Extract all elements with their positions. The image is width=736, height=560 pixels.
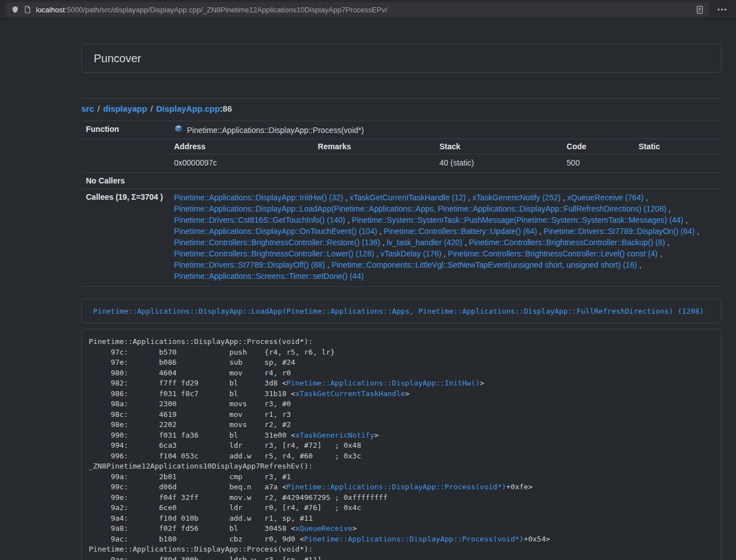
disassembly-symbol-link[interactable]: Pinetime::Applications::DisplayApp::Proc… [304,535,524,543]
url-path: :5000/path/src/displayapp/DisplayApp.cpp… [65,6,387,14]
breadcrumb-file-link[interactable]: DisplayApp.cpp [156,104,220,113]
callee-separator: , [466,193,473,202]
callee-separator: , [657,249,662,258]
disassembly-symbol-link[interactable]: Pinetime::Applications::DisplayApp::Init… [286,379,479,387]
no-callers-label: No Callers [81,173,168,189]
callee-link[interactable]: xQueueReceive (764) [567,193,643,202]
function-label: Function [81,121,168,139]
callee-separator: , [683,215,688,224]
callee-link[interactable]: Pinetime::Drivers::Cst816S::GetTouchInfo… [174,215,345,224]
metrics-row-spacer [81,139,168,172]
callee-link[interactable]: xTaskGenericNotify (252) [472,193,560,202]
callees-row: Callees (19, Σ=3704 ) Pinetime::Applicat… [81,189,721,286]
reader-view-icon[interactable] [696,6,703,14]
callee-separator: , [345,215,352,224]
code-size-value: 500 [561,154,633,172]
page-identity-icon[interactable] [24,6,31,13]
breadcrumb-line-number: :86 [220,104,232,113]
url-text[interactable]: localhost:5000/path/src/displayapp/Displ… [36,6,691,14]
callee-separator: , [377,227,384,236]
callee-separator: , [537,227,544,236]
function-icon [174,125,183,135]
page-title: Puncover [94,52,141,65]
metrics-header-row: Address Remarks Stack Code Static [168,139,721,154]
selected-callee-panel: Pinetime::Applications::DisplayApp::Load… [81,299,721,323]
callee-link[interactable]: Pinetime::Applications::DisplayApp::Init… [174,193,343,202]
callee-separator: , [325,260,332,269]
callee-separator: , [643,193,648,202]
callee-separator: , [695,227,700,236]
disassembly-symbol-link[interactable]: Pinetime::Applications::DisplayApp::Proc… [286,483,506,491]
callee-link[interactable]: Pinetime::Applications::DisplayApp::OnTo… [174,227,377,236]
callee-separator: , [380,238,387,247]
function-name: Pinetime::Applications::DisplayApp::Proc… [187,126,364,135]
callee-separator: , [665,238,670,247]
callee-separator: , [463,238,469,247]
breadcrumb-separator: / [98,104,100,113]
function-row: Function Pinetime::Applications::Display… [81,121,721,139]
page-header: Puncover [81,44,721,73]
callee-link[interactable]: Pinetime::Controllers::BrightnessControl… [469,238,665,247]
breadcrumb: src/displayapp/DisplayApp.cpp:86 [81,104,721,113]
shield-icon[interactable] [11,5,19,14]
callees-label: Callees (19, Σ=3704 ) [81,189,168,286]
static-value [633,154,721,172]
browser-toolbar: localhost:5000/path/src/displayapp/Displ… [0,0,736,20]
function-table: Function Pinetime::Applications::Display… [81,121,721,287]
disassembly-symbol-link[interactable]: xTaskGenericNotify [295,431,374,439]
callee-link[interactable]: Pinetime::Controllers::BrightnessControl… [174,238,380,247]
callee-separator: , [666,204,671,213]
page-container: Puncover src/displayapp/DisplayApp.cpp:8… [81,44,721,560]
selected-callee-link[interactable]: Pinetime::Applications::DisplayApp::Load… [93,307,704,315]
callees-list: Pinetime::Applications::DisplayApp::Init… [168,189,721,286]
callee-link[interactable]: Pinetime::Drivers::St7789::DisplayOn() (… [543,227,694,236]
disassembly-panel: Pinetime::Applications::DisplayApp::Proc… [81,329,721,560]
stack-value: 40 (static) [434,154,561,172]
column-header-static: Static [633,139,721,154]
callee-link[interactable]: Pinetime::Components::LittleVgl::SetNewT… [332,260,637,269]
column-header-remarks: Remarks [312,139,434,154]
disassembly-symbol-link[interactable]: xTaskGetCurrentTaskHandle [295,389,405,398]
callee-link[interactable]: Pinetime::Applications::DisplayApp::Load… [174,204,666,213]
callee-link[interactable]: Pinetime::Controllers::BrightnessControl… [448,249,657,258]
breadcrumb-src-link[interactable]: src [81,104,94,113]
callee-link[interactable]: Pinetime::Drivers::St7789::DisplayOff() … [174,260,325,269]
url-bar[interactable]: localhost:5000/path/src/displayapp/Displ… [6,2,709,17]
breadcrumb-separator: / [150,104,153,113]
metrics-table: Address Remarks Stack Code Static 0x0000… [168,139,721,172]
breadcrumb-displayapp-link[interactable]: displayapp [103,104,147,113]
callee-link[interactable]: Pinetime::Controllers::BrightnessControl… [174,249,374,258]
overflow-menu-icon[interactable] [714,2,730,17]
callee-link[interactable]: Pinetime::System::SystemTask::PushMessag… [352,215,684,224]
no-callers-row: No Callers [81,172,721,189]
disassembly-symbol-link[interactable]: xQueueReceive [295,524,353,533]
callee-link[interactable]: Pinetime::Controllers::Battery::Update()… [384,227,537,236]
divider [81,98,721,99]
callee-separator: , [374,249,381,258]
url-host: localhost [36,6,65,14]
disassembly-pre: Pinetime::Applications::DisplayApp::Proc… [89,337,714,560]
callee-link[interactable]: vTaskDelay (176) [381,249,441,258]
metrics-row: Address Remarks Stack Code Static 0x0000… [81,139,721,172]
callee-separator: , [637,260,642,269]
callee-link[interactable]: xTaskGetCurrentTaskHandle (12) [350,193,466,202]
address-value: 0x0000097c [168,154,312,172]
column-header-stack: Stack [434,139,561,154]
remarks-value [312,154,434,172]
callee-link[interactable]: Pinetime::Applications::Screens::Timer::… [174,272,364,281]
metrics-value-row: 0x0000097c 40 (static) 500 [168,154,721,172]
callee-link[interactable]: lv_task_handler (420) [387,238,463,247]
callee-separator: , [343,193,350,202]
column-header-code: Code [561,139,633,154]
column-header-address: Address [168,139,312,154]
callee-separator: , [441,249,448,258]
callee-separator: , [561,193,568,202]
